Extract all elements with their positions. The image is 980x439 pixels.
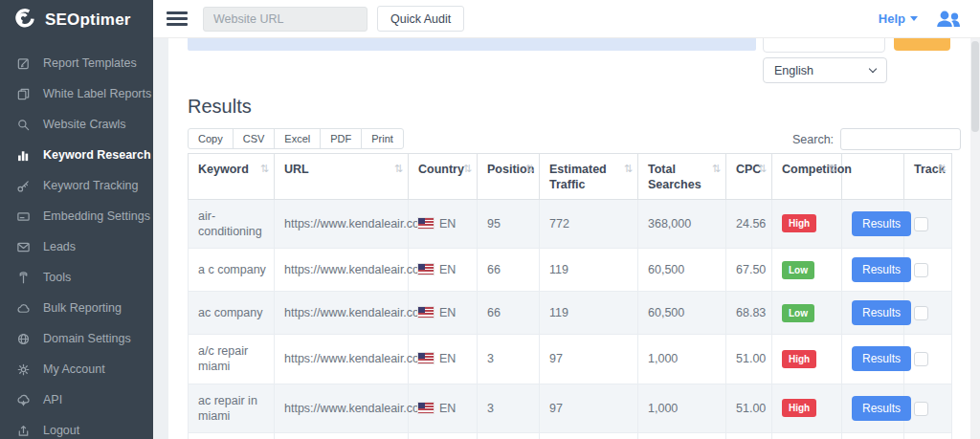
sort-icon[interactable]: ⇅ — [624, 163, 633, 176]
table-row: a c companyhttps://www.kendaleair.com/EN… — [189, 249, 952, 292]
sidebar-item-keyword-tracking[interactable]: Keyword Tracking — [0, 170, 153, 201]
brand-name: SEOptimer — [45, 11, 131, 30]
col-header-position[interactable]: Position⇅ — [478, 154, 540, 200]
action-cell: Results — [842, 335, 904, 384]
sidebar-item-domain-settings[interactable]: Domain Settings — [0, 323, 153, 354]
track-checkbox[interactable] — [914, 402, 928, 416]
country-cell: EN — [409, 335, 478, 384]
total-searches-cell: 60,500 — [638, 249, 726, 292]
topbar-right: Help — [879, 9, 980, 30]
col-header-cpc[interactable]: CPC⇅ — [726, 154, 772, 200]
sidebar-item-keyword-research[interactable]: Keyword Research — [0, 140, 153, 170]
keyword-textarea-partial[interactable] — [188, 38, 756, 51]
sidebar-item-my-account[interactable]: My Account — [0, 354, 153, 384]
export-print-button[interactable]: Print — [361, 128, 404, 149]
edit-icon — [15, 55, 31, 71]
cpc-cell: 51.00 — [726, 335, 772, 384]
sort-icon[interactable]: ⇅ — [394, 163, 403, 176]
menu-toggle-icon[interactable] — [167, 11, 188, 26]
website-url-input[interactable] — [203, 7, 368, 32]
sidebar-item-api[interactable]: API — [0, 384, 153, 415]
table-row: ac repair in miamihttps://www.kendaleair… — [189, 384, 952, 433]
content-gutter — [153, 38, 168, 439]
track-checkbox[interactable] — [914, 352, 928, 366]
competition-badge: High — [782, 350, 816, 368]
country-cell: EN — [409, 199, 478, 249]
scrollbar-thumb[interactable] — [971, 41, 979, 132]
position-cell: 66 — [478, 292, 540, 335]
chevron-down-icon — [869, 65, 877, 73]
search-input[interactable] — [840, 128, 961, 150]
sort-icon[interactable]: ⇅ — [525, 163, 534, 176]
sidebar-item-leads[interactable]: Leads — [0, 231, 153, 262]
sidebar-item-label: Leads — [43, 240, 76, 253]
sort-icon[interactable]: ⇅ — [260, 163, 269, 176]
sidebar-item-report-templates[interactable]: Report Templates — [0, 48, 153, 78]
competition-cell: Low — [772, 249, 842, 292]
sidebar-item-tools[interactable]: Tools — [0, 262, 153, 293]
sidebar-item-logout[interactable]: Logout — [0, 415, 153, 439]
results-button[interactable]: Results — [852, 300, 911, 325]
sidebar-item-white-label-reports[interactable]: White Label Reports — [0, 78, 153, 109]
users-icon[interactable] — [934, 9, 963, 30]
hammer-icon — [15, 270, 31, 285]
chevron-down-icon — [910, 16, 918, 21]
competition-cell: High — [772, 384, 842, 433]
sort-icon[interactable]: ⇅ — [828, 163, 836, 176]
export-csv-button[interactable]: CSV — [233, 128, 276, 149]
col-header-competition[interactable]: Competition⇅ — [772, 154, 842, 200]
language-select[interactable]: English — [763, 57, 887, 83]
total-searches-cell: 1,000 — [638, 384, 726, 433]
track-checkbox[interactable] — [914, 306, 928, 320]
col-header-url[interactable]: URL⇅ — [275, 154, 409, 200]
col-header-keyword[interactable]: Keyword⇅ — [189, 154, 275, 200]
sort-icon[interactable]: ⇅ — [712, 163, 721, 176]
bar-chart-icon — [15, 147, 31, 163]
key-icon — [15, 178, 31, 193]
sidebar-item-label: My Account — [43, 362, 105, 376]
sidebar-item-label: Logout — [43, 424, 79, 437]
export-pdf-button[interactable]: PDF — [320, 128, 362, 149]
quick-audit-button[interactable]: Quick Audit — [377, 6, 464, 32]
results-button[interactable]: Results — [852, 396, 911, 421]
country-cell: EN — [409, 384, 478, 433]
results-button[interactable]: Results — [852, 257, 911, 282]
sort-icon[interactable]: ⇅ — [758, 163, 767, 176]
sidebar-item-bulk-reporting[interactable]: Bulk Reporting — [0, 293, 153, 323]
results-button[interactable]: Results — [852, 211, 911, 236]
sidebar-item-label: Embedding Settings — [43, 209, 150, 223]
help-menu[interactable]: Help — [879, 11, 918, 26]
sort-icon[interactable]: ⇅ — [938, 163, 947, 176]
estimated-traffic-cell: 772 — [540, 199, 638, 249]
cloud-icon — [15, 300, 31, 316]
estimated-traffic-cell: 97 — [540, 384, 638, 433]
results-title: Results — [188, 96, 252, 118]
cpc-cell: 68.83 — [726, 292, 772, 335]
col-header-estimated-traffic[interactable]: Estimated Traffic⇅ — [540, 154, 638, 200]
competition-cell: High — [772, 199, 842, 249]
sort-icon[interactable]: ⇅ — [463, 163, 472, 176]
action-cell: Results — [842, 249, 904, 292]
total-searches-cell: 60,500 — [638, 292, 726, 335]
results-button[interactable]: Results — [852, 346, 911, 371]
export-excel-button[interactable]: Excel — [274, 128, 321, 149]
export-button-group: CopyCSVExcelPDFPrint — [188, 128, 404, 149]
cpc-cell: 51.00 — [726, 433, 772, 439]
track-checkbox[interactable] — [914, 217, 928, 231]
col-header-country[interactable]: Country⇅ — [409, 154, 478, 200]
us-flag-icon — [418, 403, 434, 413]
sidebar-item-label: Report Templates — [43, 56, 137, 70]
export-copy-button[interactable]: Copy — [188, 128, 234, 149]
us-flag-icon — [418, 264, 434, 274]
col-header-total-searches[interactable]: Total Searches⇅ — [638, 154, 726, 200]
brand-logo[interactable]: SEOptimer — [0, 0, 153, 40]
vertical-scrollbar[interactable] — [970, 38, 980, 439]
track-checkbox[interactable] — [914, 263, 928, 277]
search-label: Search: — [792, 133, 834, 146]
sidebar-item-website-crawls[interactable]: Website Crawls — [0, 109, 153, 140]
col-header-track[interactable]: Track⇅ — [904, 154, 952, 200]
competition-badge: High — [782, 214, 816, 232]
keyword-cell: ac repair in miami — [189, 384, 275, 433]
keyword-results-table: Keyword⇅URL⇅Country⇅Position⇅Estimated T… — [188, 153, 952, 439]
sidebar-item-embedding-settings[interactable]: Embedding Settings — [0, 201, 153, 231]
